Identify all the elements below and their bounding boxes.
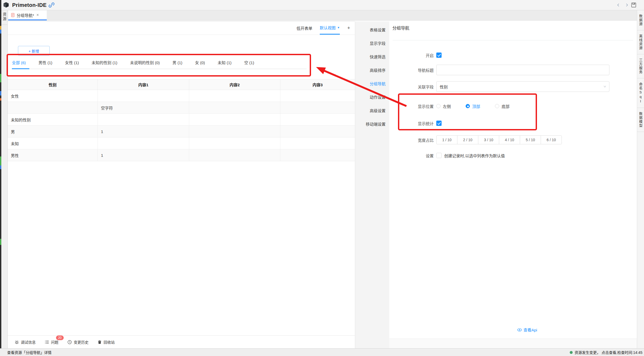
add-view-button[interactable]: + <box>347 21 350 35</box>
position-radio[interactable]: 底部 <box>495 103 509 109</box>
close-icon[interactable]: × <box>36 13 39 17</box>
setting-checkbox[interactable] <box>436 153 442 158</box>
settings-menu-item[interactable]: 分组导航 <box>355 77 389 90</box>
group-tab[interactable]: 女性 (1) <box>65 60 79 65</box>
toolbar-item-回收站[interactable]: 回收站 <box>98 339 115 345</box>
right-rail: 数据源离线资源三方服务命名Sql数据模型 <box>637 10 644 348</box>
table-row[interactable]: 未知的性别 <box>8 114 355 126</box>
table-row[interactable]: 男1 <box>8 126 355 137</box>
bottom-toolbar: 调试信息问题20变更历史回收站 <box>8 335 355 348</box>
settings-menu-item[interactable]: 高级排序 <box>355 63 389 77</box>
table-header-cell: 内容3 <box>280 79 355 90</box>
low-code-form-button[interactable]: 低开表单 <box>296 21 312 35</box>
table-row[interactable]: 女性 <box>8 90 355 102</box>
right-rail-item[interactable]: 三方服务 <box>637 54 644 78</box>
history-back-icon[interactable] <box>615 2 622 8</box>
table-cell <box>98 114 189 126</box>
status-green-dot <box>570 351 573 354</box>
record-table: 性别内容1内容2内容3 女性空字符未知的性别男1未知男性1 <box>8 79 355 161</box>
main-content: 低开表单 默认视图 ▼ + + 新增 全部 (6)男性 (1)女性 (1)未知的… <box>8 21 355 348</box>
rail-tab-label: 资源 <box>2 12 7 21</box>
width-ratio-button[interactable]: 3 / 10 <box>478 135 499 144</box>
settings-menu-item[interactable]: 移动端设置 <box>355 117 389 131</box>
table-cell <box>280 126 355 137</box>
width-ratio-button[interactable]: 2 / 10 <box>457 135 478 144</box>
tab-group-navigation[interactable]: 分组导航* × <box>8 10 47 20</box>
show-stats-checkbox[interactable] <box>436 121 442 126</box>
right-rail-item[interactable]: 数据源 <box>637 10 644 30</box>
app-logo-icon <box>3 2 10 8</box>
related-field-select[interactable]: 性别 ˅ <box>436 81 609 92</box>
table-cell: 未知 <box>8 137 98 149</box>
low-code-form-label: 低开表单 <box>296 25 312 31</box>
right-rail-item[interactable]: 离线资源 <box>637 30 644 54</box>
group-tab[interactable]: 全部 (6) <box>12 60 26 65</box>
width-ratio-label: 宽度占比 <box>389 137 434 143</box>
width-ratio-button[interactable]: 6 / 10 <box>541 135 562 144</box>
group-tab[interactable]: 未说明的性别 (0) <box>130 60 160 65</box>
table-cell <box>280 90 355 102</box>
link-icon[interactable] <box>49 2 54 8</box>
group-tab[interactable]: 空 (1) <box>244 60 254 65</box>
view-api-link[interactable]: 查看Api <box>517 327 537 333</box>
table-cell <box>189 102 280 114</box>
table-header-row: 性别内容1内容2内容3 <box>8 79 355 90</box>
save-icon[interactable] <box>631 2 637 8</box>
active-group-tab-underline <box>12 68 29 69</box>
settings-menu-item[interactable]: 显示字段 <box>355 36 389 50</box>
history-forward-icon[interactable] <box>624 2 630 8</box>
table-cell <box>189 149 280 161</box>
status-bar: 查看资源「分组导航」详情 资源发生变更， 点击查看,检查时间:14:45 <box>0 348 644 356</box>
toolbar-item-问题[interactable]: 问题20 <box>45 339 58 345</box>
table-cell <box>98 90 189 102</box>
position-radio[interactable]: 顶部 <box>466 103 480 109</box>
width-ratio-button[interactable]: 1 / 10 <box>436 135 457 144</box>
group-tab[interactable]: 未知 (1) <box>218 60 232 65</box>
toolbar-item-label: 变更历史 <box>74 339 89 345</box>
display-position-label: 显示位置 <box>389 103 434 109</box>
settings-menu-item[interactable]: 高级设置 <box>355 104 389 117</box>
status-left-text[interactable]: 查看资源「分组导航」详情 <box>7 350 52 355</box>
position-radio[interactable]: 左侧 <box>436 103 451 109</box>
table-row[interactable]: 男性1 <box>8 149 355 161</box>
app-title: Primeton-IDE <box>12 2 47 8</box>
table-cell <box>280 149 355 161</box>
right-rail-item[interactable]: 命名Sql <box>637 78 644 108</box>
group-tab[interactable]: 男 (1) <box>173 60 183 65</box>
group-tab[interactable]: 未知的性别 (1) <box>92 60 118 65</box>
enable-checkbox[interactable] <box>436 53 442 58</box>
settings-menu-item[interactable]: 快速筛选 <box>355 50 389 63</box>
active-tab-underline <box>8 20 47 20</box>
status-right[interactable]: 资源发生变更， 点击查看,检查时间:14:45 <box>570 350 642 355</box>
rail-tab-resources[interactable]: 资源 <box>1 10 7 25</box>
table-header-cell: 内容1 <box>98 79 189 90</box>
table-cell: 男性 <box>8 149 98 161</box>
settings-menu-item[interactable]: 表格设置 <box>355 23 389 36</box>
group-tab[interactable]: 男性 (1) <box>39 60 53 65</box>
table-header-cell: 内容2 <box>189 79 280 90</box>
right-rail-item[interactable]: 数据模型 <box>637 108 644 132</box>
table-cell: 空字符 <box>98 102 189 114</box>
settings-detail-panel: 分组导航 开启 导航标题 关联字段 性别 ˅ 显示位置 左侧顶部底部 显示统计 … <box>389 21 637 348</box>
table-row[interactable]: 空字符 <box>8 102 355 114</box>
toolbar-item-变更历史[interactable]: 变更历史 <box>67 339 89 345</box>
add-record-button[interactable]: + 新增 <box>18 46 50 56</box>
table-cell: 女性 <box>8 90 98 102</box>
edge-marker <box>0 74 1 82</box>
nav-title-input[interactable] <box>436 65 609 75</box>
default-view-tab[interactable]: 默认视图 ▼ <box>320 21 340 35</box>
toolbar-item-调试信息[interactable]: 调试信息 <box>15 339 36 345</box>
edge-marker <box>0 156 1 165</box>
right-rail-label: 命名Sql <box>638 82 643 104</box>
settings-menu-item[interactable]: 动作设置 <box>355 90 389 104</box>
width-ratio-options: 1 / 102 / 103 / 104 / 105 / 106 / 10 <box>436 135 562 144</box>
width-ratio-button[interactable]: 5 / 10 <box>520 135 541 144</box>
setting-row: 设置 创建记录时,以选中列表作为默认值 <box>389 151 632 160</box>
debug-icon <box>15 340 19 344</box>
default-view-label: 默认视图 <box>320 25 336 30</box>
group-tab[interactable]: 女 (0) <box>195 60 205 65</box>
width-ratio-button[interactable]: 4 / 10 <box>499 135 520 144</box>
table-row[interactable]: 未知 <box>8 137 355 149</box>
edge-marker <box>0 239 1 245</box>
radio-label: 底部 <box>502 103 509 109</box>
